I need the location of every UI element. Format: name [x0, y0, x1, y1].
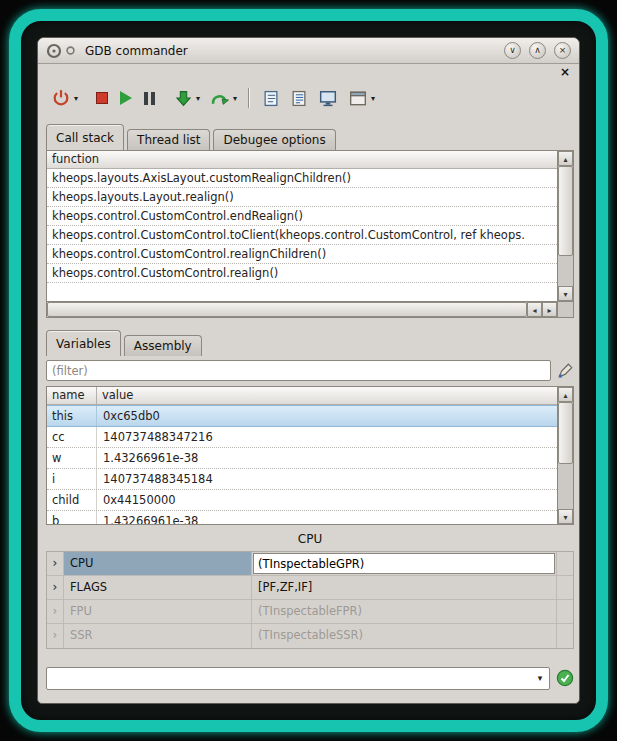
pause-button[interactable] — [142, 86, 157, 110]
dock-close-button[interactable]: × — [560, 65, 570, 79]
cpu-row[interactable]: › CPU — [47, 552, 573, 576]
variable-value: 0x44150000 — [97, 490, 557, 510]
app-badge-icon — [66, 46, 75, 55]
expander-icon[interactable]: › — [47, 576, 64, 599]
scroll-up-arrow[interactable]: ▴ — [558, 387, 573, 402]
top-tab-bar: Call stack Thread list Debugee options — [46, 124, 339, 150]
expander-icon[interactable]: › — [47, 624, 64, 648]
client-area: × ▾ ▾ — [38, 64, 579, 703]
step-over-button[interactable] — [208, 86, 231, 110]
call-stack-row[interactable]: kheops.control.CustomControl.endRealign(… — [47, 207, 557, 226]
target-window-button[interactable] — [347, 86, 369, 110]
variables-vertical-scrollbar[interactable]: ▴ ▾ — [557, 387, 573, 524]
variable-row[interactable]: b 1.43266961e-38 — [47, 511, 557, 524]
cpu-row-name: SSR — [64, 624, 252, 648]
minimize-button[interactable]: ∨ — [504, 42, 521, 59]
variable-value: 1.43266961e-38 — [97, 448, 557, 468]
call-stack-row[interactable]: kheops.layouts.AxisLayout.customRealignC… — [47, 169, 557, 188]
call-stack-column-header[interactable]: function — [47, 151, 557, 169]
tab-variables[interactable]: Variables — [46, 330, 121, 356]
call-stack-row[interactable]: kheops.control.CustomControl.toClient(kh… — [47, 226, 557, 245]
cpu-row[interactable]: › SSR (TInspectableSSR) — [47, 624, 573, 648]
maximize-button[interactable]: ∧ — [529, 42, 546, 59]
titlebar[interactable]: GDB commander ∨ ∧ × — [38, 38, 579, 64]
cpu-row-value — [252, 552, 557, 575]
step-over-dropdown-arrow[interactable]: ▾ — [233, 94, 237, 103]
cpu-row-value: (TInspectableSSR) — [252, 624, 557, 648]
command-input[interactable] — [47, 668, 531, 689]
name-column-header[interactable]: name — [47, 387, 97, 404]
middle-tab-bar: Variables Assembly — [46, 330, 205, 356]
expander-icon[interactable]: › — [47, 552, 64, 575]
cpu-row-spacer — [557, 552, 573, 575]
variable-row[interactable]: this 0xc65db0 — [47, 405, 557, 427]
cpu-value-editor[interactable] — [253, 553, 555, 574]
stop-button[interactable] — [94, 86, 110, 110]
cpu-row-value: [PF,ZF,IF] — [252, 576, 557, 599]
target-window-dropdown-arrow[interactable]: ▾ — [371, 94, 375, 103]
variable-value: 0xc65db0 — [97, 406, 557, 426]
call-stack-horizontal-scrollbar[interactable]: ◂ ▸ — [47, 301, 573, 317]
scrollbar-corner — [557, 302, 573, 317]
tab-thread-list[interactable]: Thread list — [127, 129, 210, 150]
call-stack-row[interactable]: kheops.control.CustomControl.realign() — [47, 264, 557, 283]
expander-icon[interactable]: › — [47, 600, 64, 623]
cpu-row-name: CPU — [64, 552, 252, 575]
source-doc-button[interactable] — [261, 86, 281, 110]
tab-call-stack[interactable]: Call stack — [46, 124, 124, 150]
step-button[interactable] — [173, 86, 194, 110]
variables-header-row: name value — [47, 387, 557, 405]
play-icon — [120, 91, 132, 105]
cpu-row[interactable]: › FLAGS [PF,ZF,IF] — [47, 576, 573, 600]
value-column-header[interactable]: value — [97, 387, 557, 404]
scroll-thumb[interactable] — [47, 302, 527, 317]
cpu-row-value: (TInspectableFPR) — [252, 600, 557, 623]
cpu-row-spacer — [557, 600, 573, 623]
variable-row[interactable]: w 1.43266961e-38 — [47, 448, 557, 469]
cpu-row[interactable]: › FPU (TInspectableFPR) — [47, 600, 573, 624]
variable-row[interactable]: child 0x44150000 — [47, 490, 557, 511]
variable-row[interactable]: i 140737488345184 — [47, 469, 557, 490]
scroll-right-arrow[interactable]: ▸ — [542, 302, 557, 317]
scroll-down-arrow[interactable]: ▾ — [558, 509, 573, 524]
cpu-inspector: CPU › CPU › FLAGS [PF,ZF,IF] — [46, 532, 574, 649]
run-button[interactable] — [118, 86, 134, 110]
document-icon — [263, 90, 279, 107]
debug-console-button[interactable] — [317, 86, 339, 110]
call-stack-vertical-scrollbar[interactable]: ▴ ▾ — [557, 151, 573, 301]
filter-input[interactable] — [46, 360, 551, 381]
scroll-left-arrow[interactable]: ◂ — [527, 302, 542, 317]
variable-name: this — [47, 406, 97, 426]
variables-panel: name value this 0xc65db0 cc 140737488347… — [46, 386, 574, 525]
call-stack-row[interactable]: kheops.layouts.Layout.realign() — [47, 188, 557, 207]
listing-doc-button[interactable] — [289, 86, 309, 110]
monitor-icon — [319, 90, 337, 107]
tab-assembly[interactable]: Assembly — [124, 335, 202, 356]
combo-dropdown-arrow[interactable]: ▾ — [531, 668, 549, 689]
accept-icon[interactable] — [556, 669, 574, 687]
call-stack-row[interactable]: kheops.control.CustomControl.realignChil… — [47, 245, 557, 264]
variable-row[interactable]: cc 140737488347216 — [47, 427, 557, 448]
call-stack-panel: function kheops.layouts.AxisLayout.custo… — [46, 150, 574, 318]
scroll-down-arrow[interactable]: ▾ — [558, 286, 573, 301]
cpu-grid: › CPU › FLAGS [PF,ZF,IF] › — [46, 551, 574, 649]
stop-icon — [96, 92, 108, 104]
filter-edit-icon[interactable] — [556, 362, 574, 380]
close-button[interactable]: × — [554, 42, 571, 59]
variable-name: child — [47, 490, 97, 510]
power-button[interactable] — [50, 86, 72, 110]
step-dropdown-arrow[interactable]: ▾ — [196, 94, 200, 103]
list-document-icon — [291, 90, 307, 107]
command-combobox[interactable]: ▾ — [46, 667, 550, 690]
scroll-thumb[interactable] — [558, 166, 573, 256]
variables-table: name value this 0xc65db0 cc 140737488347… — [47, 387, 557, 524]
power-dropdown-arrow[interactable]: ▾ — [74, 94, 78, 103]
step-down-icon — [175, 90, 192, 107]
cpu-row-spacer — [557, 576, 573, 599]
step-over-icon — [210, 90, 229, 107]
scroll-up-arrow[interactable]: ▴ — [558, 151, 573, 166]
tab-debugee-options[interactable]: Debugee options — [213, 129, 335, 150]
scroll-thumb[interactable] — [558, 402, 573, 464]
variable-name: cc — [47, 427, 97, 447]
filter-row — [46, 360, 574, 381]
